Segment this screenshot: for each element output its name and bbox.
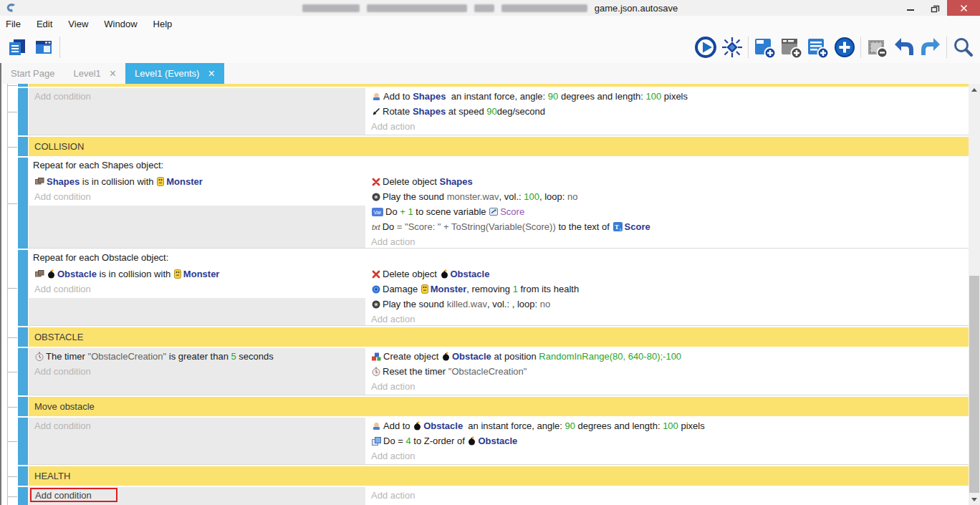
search-button[interactable] <box>950 34 976 61</box>
conditions-cell: Add condition <box>29 88 365 135</box>
add-condition-link[interactable]: Add condition <box>34 89 365 104</box>
tab-level1-events[interactable]: Level1 (Events) × <box>125 63 224 84</box>
event-gutter <box>0 88 18 135</box>
svg-text:x: x <box>619 227 621 231</box>
undo-icon <box>893 36 916 59</box>
action-line[interactable]: txtDo = "Score: " + ToString(Variable(Sc… <box>371 219 969 234</box>
condition-line[interactable]: The timer "ObstacleCreation" is greater … <box>34 349 365 364</box>
condition-line[interactable]: Obstacle is in collision with Monster <box>34 266 365 282</box>
action-line[interactable]: Play the sound killed.wav, vol.: , loop:… <box>371 297 969 312</box>
redo-button[interactable] <box>917 34 943 61</box>
event-handle[interactable] <box>18 327 28 347</box>
add-action-link[interactable]: Add action <box>371 234 969 248</box>
event-handle[interactable] <box>18 137 28 156</box>
event-gutter <box>0 487 18 505</box>
event-handle[interactable] <box>18 397 28 416</box>
redo-icon <box>919 36 942 59</box>
delete-event-button[interactable] <box>864 34 890 61</box>
add-action-link[interactable]: Add action <box>371 312 969 325</box>
action-line[interactable]: Reset the timer "ObstacleCreation" <box>371 364 969 379</box>
action-line[interactable]: Do = 4 to Z-order of Obstacle <box>371 433 969 448</box>
event-handle[interactable] <box>18 418 28 465</box>
event-handle[interactable] <box>18 250 28 326</box>
zorder-icon <box>372 437 381 446</box>
tab-close-icon[interactable]: × <box>110 68 116 80</box>
add-condition-link[interactable]: Add condition <box>34 282 365 297</box>
add-action-link[interactable]: Add action <box>371 119 969 134</box>
event-row: Add conditionAdd action <box>0 487 969 505</box>
add-condition-link[interactable]: Add condition <box>34 364 365 379</box>
action-line[interactable]: Rotate Shapes at speed 90deg/second <box>371 104 969 119</box>
add-comment-button[interactable] <box>804 34 831 61</box>
event-row: Add conditionAdd to Obstacle an instant … <box>0 418 969 465</box>
event-handle[interactable] <box>18 466 28 486</box>
event-gutter <box>0 418 18 465</box>
text-action-icon: txt <box>372 223 380 231</box>
add-action-link[interactable]: Add action <box>371 379 969 394</box>
menu-window[interactable]: Window <box>96 19 145 29</box>
action-line[interactable]: Damage Monster, removing 1 from its heal… <box>371 282 969 297</box>
event-gutter <box>0 250 18 326</box>
redacted-title-block <box>367 4 467 12</box>
event-handle[interactable] <box>18 348 28 395</box>
add-event-button[interactable] <box>751 34 778 61</box>
restore-button[interactable] <box>923 0 947 16</box>
action-line[interactable]: Create object Obstacle at position Rando… <box>371 349 969 364</box>
scroll-down-button[interactable] <box>969 494 980 505</box>
open-editor-button[interactable] <box>30 34 57 61</box>
add-condition-link[interactable]: Add condition <box>30 488 117 502</box>
conditions-cell: The timer "ObstacleCreation" is greater … <box>29 348 365 395</box>
foreach-header[interactable]: Repeat for each Shapes object: <box>29 158 969 173</box>
action-line[interactable]: Delete object Shapes <box>371 174 969 189</box>
events-sheet: Add conditionAdd to Shapes an instant fo… <box>0 84 980 505</box>
comment-row[interactable]: COLLISION <box>0 137 969 156</box>
add-event-icon <box>753 36 777 59</box>
add-subevent-button[interactable] <box>778 34 804 61</box>
menu-edit[interactable]: Edit <box>29 19 60 29</box>
add-other-event-button[interactable] <box>831 34 858 61</box>
scroll-thumb[interactable] <box>969 276 979 493</box>
menu-bar: File Edit View Window Help <box>0 16 980 32</box>
menu-view[interactable]: View <box>60 19 96 29</box>
action-line[interactable]: Add to Shapes an instant force, angle: 9… <box>371 89 969 104</box>
tab-label: Start Page <box>11 68 54 79</box>
event-handle[interactable] <box>18 487 28 505</box>
menu-file[interactable]: File <box>0 19 29 29</box>
scroll-up-button[interactable] <box>969 84 980 95</box>
close-button[interactable] <box>947 0 980 16</box>
window-left-edge <box>0 63 1 505</box>
event-gutter <box>0 466 18 486</box>
tab-bar: Start Page Level1 × Level1 (Events) × <box>0 63 980 84</box>
action-line[interactable]: Delete object Obstacle <box>371 266 969 282</box>
project-manager-button[interactable] <box>4 34 30 61</box>
action-line[interactable]: Add to Obstacle an instant force, angle:… <box>371 418 969 433</box>
search-icon <box>952 36 975 59</box>
debug-button[interactable] <box>719 34 745 61</box>
tab-close-icon[interactable]: × <box>208 68 214 80</box>
event-handle[interactable] <box>18 88 28 135</box>
add-action-link[interactable]: Add action <box>371 448 969 463</box>
add-condition-link[interactable]: Add condition <box>34 189 365 204</box>
action-line[interactable]: Play the sound monster.wav, vol.: 100, l… <box>371 189 969 204</box>
tab-level1-scene[interactable]: Level1 × <box>64 63 125 84</box>
collision-icon <box>35 178 44 186</box>
event-gutter <box>0 327 18 347</box>
comment-row[interactable]: HEALTH <box>0 466 969 486</box>
event-handle[interactable] <box>18 84 28 87</box>
add-action-link[interactable]: Add action <box>371 488 969 503</box>
minimize-button[interactable] <box>898 0 923 16</box>
event-handle[interactable] <box>18 158 28 249</box>
condition-line[interactable]: Shapes is in collision with Monster <box>34 174 365 189</box>
vertical-scrollbar[interactable] <box>969 84 980 505</box>
action-line[interactable]: VarDo + 1 to scene variable Score <box>371 204 969 219</box>
undo-button[interactable] <box>890 34 917 61</box>
play-button[interactable] <box>692 34 719 61</box>
menu-help[interactable]: Help <box>145 19 181 29</box>
add-condition-link[interactable]: Add condition <box>34 418 365 433</box>
tab-start-page[interactable]: Start Page <box>1 63 64 84</box>
foreach-header[interactable]: Repeat for each Obstacle object: <box>29 250 969 266</box>
svg-text:T: T <box>615 223 619 231</box>
actions-cell: Add action <box>365 487 969 505</box>
comment-row[interactable]: Move obstacle <box>0 397 969 416</box>
comment-row[interactable]: OBSTACLE <box>0 327 969 347</box>
